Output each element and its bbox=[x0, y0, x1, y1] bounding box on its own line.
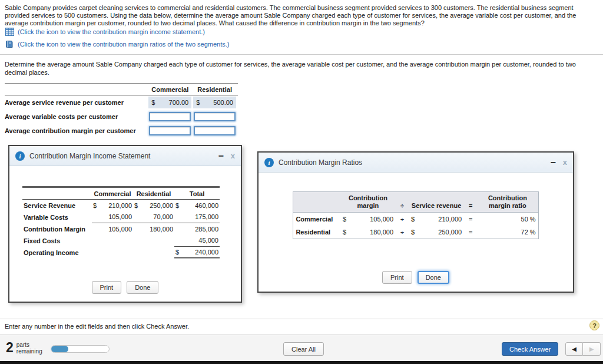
commercial-column-header: Commercial bbox=[148, 86, 191, 93]
ledger-book-icon[interactable] bbox=[5, 40, 14, 49]
print-button[interactable]: Print bbox=[382, 271, 412, 284]
value: 105,000 bbox=[100, 211, 133, 223]
ratio-value: 50 % bbox=[477, 213, 538, 226]
answer-table-header: Commercial Residential bbox=[5, 83, 238, 95]
contribution-margin-row: Contribution Margin 105,000 180,000 285,… bbox=[22, 223, 220, 235]
service-revenue-commercial-value: $ 700.00 bbox=[148, 97, 191, 108]
value: 460,000 bbox=[182, 200, 220, 211]
window-header: i Contribution Margin Income Statement −… bbox=[9, 146, 241, 166]
income-statement-table: Commercial Residential Total Service Rev… bbox=[22, 186, 220, 259]
service-revenue-row: Service Revenue $ 210,000 $ 250,000 $ 46… bbox=[22, 200, 220, 211]
currency-symbol: $ bbox=[409, 213, 417, 226]
value: 240,000 bbox=[182, 247, 220, 259]
currency-symbol: $ bbox=[151, 99, 155, 106]
row-label: Fixed Costs bbox=[22, 235, 92, 247]
parts-label: parts remaining bbox=[16, 342, 42, 355]
value: 210,000 bbox=[417, 213, 464, 226]
value: 45,000 bbox=[182, 235, 220, 247]
value: 250,000 bbox=[417, 226, 464, 239]
currency-symbol: $ bbox=[196, 99, 200, 106]
variable-costs-row: Variable Costs 105,000 70,000 175,000 bbox=[22, 211, 220, 223]
next-question-button[interactable]: ▶ bbox=[583, 342, 601, 356]
service-revenue-column-header: Service revenue bbox=[409, 192, 464, 213]
question-navigation: ◀ ▶ bbox=[565, 342, 601, 356]
service-revenue-residential-value: $ 500.00 bbox=[193, 97, 236, 108]
window-buttons: Print Done bbox=[9, 281, 241, 294]
service-revenue-row: Average service revenue per customer $ 7… bbox=[5, 95, 238, 110]
footer-divider bbox=[0, 319, 603, 319]
ratio-value: 72 % bbox=[477, 226, 538, 239]
currency-symbol: $ bbox=[409, 226, 417, 239]
value: 250,000 bbox=[141, 200, 174, 211]
variable-costs-residential-input[interactable] bbox=[194, 112, 236, 121]
done-button[interactable]: Done bbox=[127, 281, 158, 294]
variable-costs-row: Average variable costs per customer bbox=[5, 110, 238, 124]
row-label: Contribution Margin bbox=[22, 223, 92, 235]
row-label: Variable Costs bbox=[22, 211, 92, 223]
ratios-table: Contribution margin ÷ Service revenue = … bbox=[293, 191, 538, 239]
value: 175,000 bbox=[182, 211, 220, 223]
task-instruction: Determine the average amount Sable Compa… bbox=[5, 61, 594, 77]
window-controls: − x bbox=[218, 151, 235, 160]
ratios-link[interactable]: (Click the icon to view the contribution… bbox=[18, 41, 230, 48]
value: 180,000 bbox=[349, 226, 396, 239]
minimize-button[interactable]: − bbox=[218, 153, 223, 159]
income-statement-link[interactable]: (Click the icon to view the contribution… bbox=[18, 28, 205, 35]
done-button[interactable]: Done bbox=[418, 271, 449, 284]
window-controls: − x bbox=[550, 158, 567, 167]
divide-symbol: ÷ bbox=[396, 226, 409, 239]
print-button[interactable]: Print bbox=[92, 281, 122, 294]
value: 285,000 bbox=[182, 223, 220, 235]
row-label: Commercial bbox=[293, 213, 340, 226]
answer-table: Commercial Residential Average service r… bbox=[5, 83, 238, 138]
progress-bar bbox=[51, 345, 110, 353]
contribution-margin-residential-input[interactable] bbox=[194, 126, 236, 135]
contribution-margin-column-header: Contribution margin bbox=[340, 192, 396, 213]
row-label: Residential bbox=[293, 226, 340, 239]
income-statement-window: i Contribution Margin Income Statement −… bbox=[8, 145, 242, 303]
window-buttons: Print Done bbox=[259, 271, 573, 284]
value: 70,000 bbox=[141, 211, 174, 223]
minimize-button[interactable]: − bbox=[550, 160, 555, 166]
residential-column-header: Residential bbox=[193, 86, 236, 93]
table-header-row: Contribution margin ÷ Service revenue = … bbox=[293, 192, 538, 213]
ratios-link-row: (Click the icon to view the contribution… bbox=[5, 39, 230, 49]
parts-remaining: 2 parts remaining bbox=[6, 340, 42, 356]
previous-question-button[interactable]: ◀ bbox=[565, 342, 583, 356]
total-column-header: Total bbox=[174, 187, 220, 200]
bottom-edge bbox=[0, 361, 603, 364]
value: 700.00 bbox=[169, 99, 189, 106]
equals-symbol: = bbox=[464, 226, 477, 239]
check-answer-button[interactable]: Check Answer bbox=[502, 342, 558, 356]
empty-header-cell bbox=[22, 187, 92, 200]
section-divider bbox=[0, 54, 603, 55]
income-statement-link-row: (Click the icon to view the contribution… bbox=[5, 27, 205, 37]
residential-row: Residential $ 180,000 ÷ $ 250,000 = 72 % bbox=[293, 226, 538, 239]
row-label: Average service revenue per customer bbox=[5, 99, 148, 106]
clear-all-button[interactable]: Clear All bbox=[283, 342, 324, 356]
commercial-row: Commercial $ 105,000 ÷ $ 210,000 = 50 % bbox=[293, 213, 538, 226]
problem-statement: Sable Company provides carpet cleaning s… bbox=[5, 4, 599, 27]
empty-header-cell bbox=[293, 192, 340, 213]
ratios-window: i Contribution Margin Ratios − x Contrib… bbox=[257, 151, 574, 293]
equals-symbol: = bbox=[464, 192, 477, 213]
footer-hint: Enter any number in the edit fields and … bbox=[5, 323, 189, 330]
currency-symbol: $ bbox=[174, 247, 182, 259]
progress-fill bbox=[51, 346, 68, 352]
value: 500.00 bbox=[213, 99, 233, 106]
close-button[interactable]: x bbox=[231, 151, 235, 160]
contribution-margin-commercial-input[interactable] bbox=[149, 126, 191, 135]
ratio-column-header: Contribution margin ratio bbox=[477, 192, 538, 213]
divide-symbol: ÷ bbox=[396, 192, 409, 213]
help-button[interactable]: ? bbox=[589, 320, 599, 330]
divide-symbol: ÷ bbox=[396, 213, 409, 226]
table-header-row: Commercial Residential Total bbox=[22, 187, 220, 200]
row-label: Service Revenue bbox=[22, 200, 92, 211]
currency-symbol: $ bbox=[340, 226, 349, 239]
window-title: Contribution Margin Ratios bbox=[279, 158, 362, 167]
currency-symbol: $ bbox=[174, 200, 182, 211]
variable-costs-commercial-input[interactable] bbox=[149, 112, 191, 121]
equals-symbol: = bbox=[464, 213, 477, 226]
spreadsheet-icon[interactable] bbox=[5, 28, 14, 37]
close-button[interactable]: x bbox=[563, 158, 567, 167]
